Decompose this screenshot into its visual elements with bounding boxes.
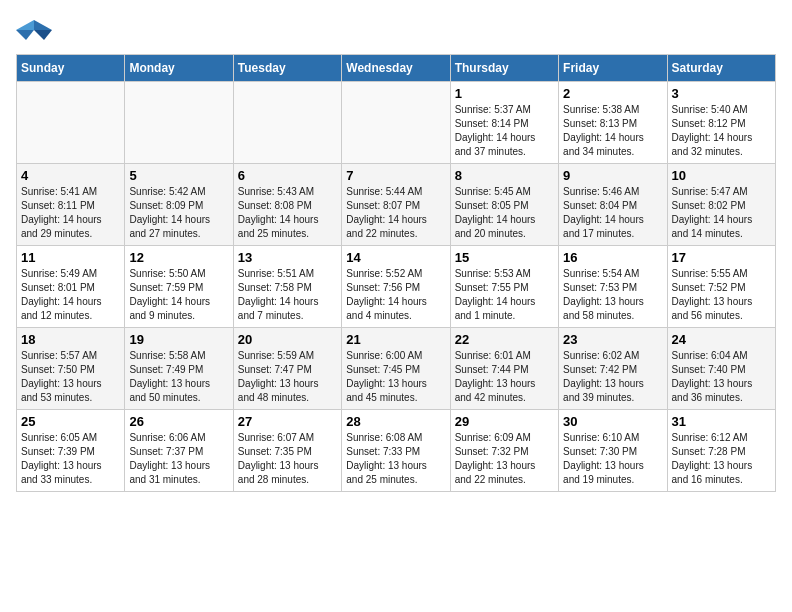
calendar-cell: 4Sunrise: 5:41 AMSunset: 8:11 PMDaylight… [17,164,125,246]
day-info: Sunrise: 6:04 AMSunset: 7:40 PMDaylight:… [672,349,771,405]
svg-marker-2 [34,30,52,40]
day-number: 23 [563,332,662,347]
day-info: Sunrise: 5:40 AMSunset: 8:12 PMDaylight:… [672,103,771,159]
calendar-cell: 14Sunrise: 5:52 AMSunset: 7:56 PMDayligh… [342,246,450,328]
calendar-cell: 2Sunrise: 5:38 AMSunset: 8:13 PMDaylight… [559,82,667,164]
calendar-cell: 29Sunrise: 6:09 AMSunset: 7:32 PMDayligh… [450,410,558,492]
calendar-cell: 16Sunrise: 5:54 AMSunset: 7:53 PMDayligh… [559,246,667,328]
calendar-cell [233,82,341,164]
day-header-friday: Friday [559,55,667,82]
day-number: 15 [455,250,554,265]
calendar-cell: 24Sunrise: 6:04 AMSunset: 7:40 PMDayligh… [667,328,775,410]
calendar-week-3: 11Sunrise: 5:49 AMSunset: 8:01 PMDayligh… [17,246,776,328]
day-info: Sunrise: 5:53 AMSunset: 7:55 PMDaylight:… [455,267,554,323]
day-info: Sunrise: 6:12 AMSunset: 7:28 PMDaylight:… [672,431,771,487]
day-info: Sunrise: 5:44 AMSunset: 8:07 PMDaylight:… [346,185,445,241]
day-info: Sunrise: 5:50 AMSunset: 7:59 PMDaylight:… [129,267,228,323]
day-info: Sunrise: 5:37 AMSunset: 8:14 PMDaylight:… [455,103,554,159]
calendar-cell [125,82,233,164]
page-header [16,16,776,44]
day-number: 25 [21,414,120,429]
calendar-cell: 7Sunrise: 5:44 AMSunset: 8:07 PMDaylight… [342,164,450,246]
calendar-cell: 1Sunrise: 5:37 AMSunset: 8:14 PMDaylight… [450,82,558,164]
day-number: 21 [346,332,445,347]
day-info: Sunrise: 5:41 AMSunset: 8:11 PMDaylight:… [21,185,120,241]
calendar-cell [342,82,450,164]
day-number: 6 [238,168,337,183]
calendar-table: SundayMondayTuesdayWednesdayThursdayFrid… [16,54,776,492]
day-number: 7 [346,168,445,183]
calendar-cell: 17Sunrise: 5:55 AMSunset: 7:52 PMDayligh… [667,246,775,328]
day-info: Sunrise: 6:09 AMSunset: 7:32 PMDaylight:… [455,431,554,487]
day-number: 16 [563,250,662,265]
day-info: Sunrise: 5:46 AMSunset: 8:04 PMDaylight:… [563,185,662,241]
day-number: 18 [21,332,120,347]
day-number: 4 [21,168,120,183]
day-number: 8 [455,168,554,183]
day-info: Sunrise: 6:00 AMSunset: 7:45 PMDaylight:… [346,349,445,405]
svg-marker-3 [16,30,34,40]
day-info: Sunrise: 6:02 AMSunset: 7:42 PMDaylight:… [563,349,662,405]
day-info: Sunrise: 5:55 AMSunset: 7:52 PMDaylight:… [672,267,771,323]
calendar-cell: 28Sunrise: 6:08 AMSunset: 7:33 PMDayligh… [342,410,450,492]
day-number: 13 [238,250,337,265]
svg-marker-1 [16,20,34,30]
day-number: 29 [455,414,554,429]
day-number: 5 [129,168,228,183]
day-number: 10 [672,168,771,183]
day-number: 9 [563,168,662,183]
day-info: Sunrise: 6:08 AMSunset: 7:33 PMDaylight:… [346,431,445,487]
day-info: Sunrise: 5:45 AMSunset: 8:05 PMDaylight:… [455,185,554,241]
calendar-cell: 25Sunrise: 6:05 AMSunset: 7:39 PMDayligh… [17,410,125,492]
day-header-monday: Monday [125,55,233,82]
day-number: 2 [563,86,662,101]
logo-icon [16,16,52,44]
day-number: 12 [129,250,228,265]
calendar-cell: 8Sunrise: 5:45 AMSunset: 8:05 PMDaylight… [450,164,558,246]
day-info: Sunrise: 5:59 AMSunset: 7:47 PMDaylight:… [238,349,337,405]
day-header-saturday: Saturday [667,55,775,82]
day-number: 30 [563,414,662,429]
day-info: Sunrise: 6:05 AMSunset: 7:39 PMDaylight:… [21,431,120,487]
calendar-cell: 26Sunrise: 6:06 AMSunset: 7:37 PMDayligh… [125,410,233,492]
calendar-cell: 20Sunrise: 5:59 AMSunset: 7:47 PMDayligh… [233,328,341,410]
calendar-cell: 23Sunrise: 6:02 AMSunset: 7:42 PMDayligh… [559,328,667,410]
day-number: 3 [672,86,771,101]
day-info: Sunrise: 5:57 AMSunset: 7:50 PMDaylight:… [21,349,120,405]
day-number: 14 [346,250,445,265]
day-number: 24 [672,332,771,347]
day-info: Sunrise: 5:58 AMSunset: 7:49 PMDaylight:… [129,349,228,405]
day-number: 17 [672,250,771,265]
day-info: Sunrise: 5:52 AMSunset: 7:56 PMDaylight:… [346,267,445,323]
day-header-tuesday: Tuesday [233,55,341,82]
calendar-cell: 11Sunrise: 5:49 AMSunset: 8:01 PMDayligh… [17,246,125,328]
calendar-cell: 22Sunrise: 6:01 AMSunset: 7:44 PMDayligh… [450,328,558,410]
calendar-cell: 13Sunrise: 5:51 AMSunset: 7:58 PMDayligh… [233,246,341,328]
day-info: Sunrise: 6:06 AMSunset: 7:37 PMDaylight:… [129,431,228,487]
calendar-cell: 31Sunrise: 6:12 AMSunset: 7:28 PMDayligh… [667,410,775,492]
logo [16,16,56,44]
day-number: 19 [129,332,228,347]
calendar-cell: 3Sunrise: 5:40 AMSunset: 8:12 PMDaylight… [667,82,775,164]
day-number: 31 [672,414,771,429]
calendar-cell: 18Sunrise: 5:57 AMSunset: 7:50 PMDayligh… [17,328,125,410]
day-info: Sunrise: 5:47 AMSunset: 8:02 PMDaylight:… [672,185,771,241]
day-header-sunday: Sunday [17,55,125,82]
day-info: Sunrise: 6:01 AMSunset: 7:44 PMDaylight:… [455,349,554,405]
calendar-cell: 27Sunrise: 6:07 AMSunset: 7:35 PMDayligh… [233,410,341,492]
day-number: 28 [346,414,445,429]
calendar-cell: 19Sunrise: 5:58 AMSunset: 7:49 PMDayligh… [125,328,233,410]
calendar-cell: 10Sunrise: 5:47 AMSunset: 8:02 PMDayligh… [667,164,775,246]
calendar-week-4: 18Sunrise: 5:57 AMSunset: 7:50 PMDayligh… [17,328,776,410]
svg-marker-0 [34,20,52,30]
calendar-cell: 21Sunrise: 6:00 AMSunset: 7:45 PMDayligh… [342,328,450,410]
day-info: Sunrise: 5:42 AMSunset: 8:09 PMDaylight:… [129,185,228,241]
calendar-cell: 15Sunrise: 5:53 AMSunset: 7:55 PMDayligh… [450,246,558,328]
day-number: 11 [21,250,120,265]
calendar-cell: 6Sunrise: 5:43 AMSunset: 8:08 PMDaylight… [233,164,341,246]
calendar-week-1: 1Sunrise: 5:37 AMSunset: 8:14 PMDaylight… [17,82,776,164]
day-info: Sunrise: 5:51 AMSunset: 7:58 PMDaylight:… [238,267,337,323]
calendar-week-5: 25Sunrise: 6:05 AMSunset: 7:39 PMDayligh… [17,410,776,492]
day-number: 20 [238,332,337,347]
day-info: Sunrise: 5:38 AMSunset: 8:13 PMDaylight:… [563,103,662,159]
